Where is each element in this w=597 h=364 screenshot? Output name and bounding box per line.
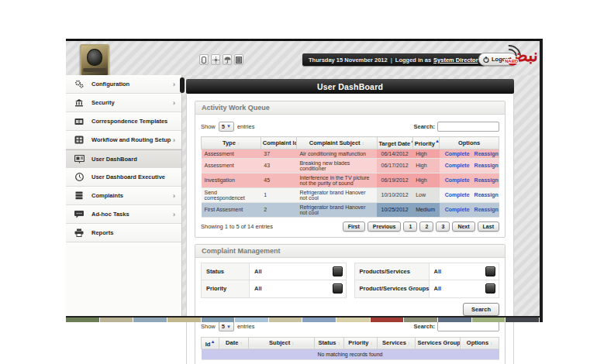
sidebar-filler: [66, 242, 181, 316]
cm-search-input[interactable]: [437, 321, 499, 331]
sort-asc-icon: ▲: [210, 339, 215, 344]
entries-label: entries: [237, 123, 255, 130]
reassign-link[interactable]: Reassign: [474, 177, 499, 183]
page-title: User DashBoard: [186, 79, 514, 94]
table-row[interactable]: Assessment 37 Air conditioning malfuncti…: [202, 149, 499, 158]
col-date[interactable]: Date ↕: [219, 337, 249, 349]
sidebar-item-label: Security: [91, 99, 173, 106]
chevron-right-icon: ›: [173, 192, 175, 200]
dropdown-toggle-icon[interactable]: [333, 283, 343, 294]
reassign-link[interactable]: Reassign: [474, 163, 499, 168]
reassign-link[interactable]: Reassign: [474, 207, 499, 212]
col-services-groups[interactable]: Services Groups↕: [416, 337, 461, 349]
sidebar-item-security[interactable]: Security ›: [66, 94, 181, 112]
scrollbar-thumb[interactable]: [180, 77, 185, 93]
col-priority[interactable]: Priority ↕: [344, 337, 377, 349]
bank-icon: [74, 98, 85, 108]
priority-filter-value[interactable]: All: [250, 280, 333, 297]
main-area: User DashBoard Activity Work Queue Show …: [182, 75, 540, 316]
sidebar-item-correspondence-templates[interactable]: Correspondence Templates: [66, 112, 181, 131]
awq-search-input[interactable]: [437, 122, 499, 132]
col-complaint-id[interactable]: Complaint Id ↕: [261, 137, 296, 149]
col-options[interactable]: Options ↕: [461, 337, 499, 349]
complete-link[interactable]: Complete: [445, 192, 470, 197]
reassign-link[interactable]: Reassign: [474, 151, 499, 156]
mobile-icon[interactable]: [199, 54, 209, 65]
table-row[interactable]: Investigation 45 Interference in the TV …: [202, 173, 499, 187]
workflow-icon: [74, 136, 85, 145]
sidebar-item-configuration[interactable]: Configuration ›: [66, 75, 181, 94]
show-label: Show: [201, 123, 216, 130]
sidebar-item-label: User DashBoard: [91, 156, 175, 163]
sidebar-item-user-dashboard[interactable]: User DashBoard: [66, 149, 181, 168]
previous-page-button[interactable]: Previous: [368, 221, 402, 232]
brightness-icon[interactable]: [211, 54, 220, 65]
col-priority[interactable]: Priority▲: [412, 137, 440, 149]
page-content: Activity Work Queue Show 5 ▼ entries: [186, 94, 514, 364]
products-services-filter: Products/Services All: [355, 263, 499, 280]
separator: |: [391, 57, 392, 64]
show-label: Show: [201, 323, 216, 330]
status-filter-value[interactable]: All: [250, 263, 333, 280]
session-info-bar: Thursday 15 November 2012 | Logged in as…: [302, 53, 485, 66]
complete-link[interactable]: Complete: [445, 151, 470, 156]
page-2-button[interactable]: 2: [419, 221, 433, 232]
sidebar-item-label: User Dashboard Executive: [91, 173, 175, 180]
first-page-button[interactable]: First: [343, 221, 365, 232]
clock-icon: [74, 173, 85, 182]
chevron-right-icon: ›: [173, 211, 175, 218]
complete-link[interactable]: Complete: [445, 207, 470, 212]
sort-icon: ↕: [408, 341, 410, 345]
last-page-button[interactable]: Last: [478, 221, 499, 232]
sidebar-item-user-dashboard-executive[interactable]: User Dashboard Executive: [66, 168, 181, 187]
sort-icon: ↕: [490, 341, 492, 345]
page-1-button[interactable]: 1: [403, 221, 417, 232]
date-text: Thursday 15 November 2012: [309, 57, 388, 64]
app-header: Thursday 15 November 2012 | Logged in as…: [66, 41, 540, 75]
search-button[interactable]: Search: [463, 303, 499, 316]
awq-page-size-select[interactable]: 5 ▼: [219, 122, 234, 132]
search-label: Search:: [413, 123, 435, 130]
col-services[interactable]: Services ↕: [377, 337, 416, 349]
col-status[interactable]: Status ↕: [314, 337, 343, 349]
col-target-date[interactable]: Target Date▲: [377, 137, 412, 149]
sidebar-item-adhoc-tasks[interactable]: Ad-hoc Tasks ›: [66, 205, 181, 224]
chevron-down-icon: ▼: [226, 325, 231, 329]
emblem-band: [83, 68, 106, 72]
sidebar-item-workflow-routing-setup[interactable]: Workflow and Routing Setup ›: [66, 131, 181, 149]
col-type[interactable]: Type ↕: [202, 137, 261, 149]
table-row[interactable]: Assessment 43 Breaking new blades condit…: [202, 158, 499, 173]
dropdown-toggle-icon[interactable]: [485, 283, 495, 294]
umbrella-icon[interactable]: [223, 54, 232, 65]
chevron-right-icon: ›: [173, 136, 175, 144]
emblem-crest-icon: [87, 49, 102, 66]
user-profile-link[interactable]: System Director: [433, 57, 478, 64]
archive-box-icon[interactable]: [234, 54, 243, 65]
next-page-button[interactable]: Next: [452, 221, 474, 232]
complete-link[interactable]: Complete: [445, 177, 470, 183]
search-label: Search:: [413, 323, 435, 330]
products-services-filter-value[interactable]: All: [430, 263, 486, 280]
chevron-right-icon: ›: [173, 81, 175, 88]
sidebar: Configuration › Security › Correspondenc…: [66, 75, 182, 316]
cm-page-size-select[interactable]: 5 ▼: [219, 321, 234, 331]
col-subject[interactable]: Subject ↕: [249, 337, 314, 349]
complete-link[interactable]: Complete: [445, 163, 470, 168]
awq-table: Type ↕ Complaint Id ↕ Complaint Subject …: [201, 136, 499, 218]
sidebar-item-complaints[interactable]: Complaints ›: [66, 187, 181, 205]
page-3-button[interactable]: 3: [436, 221, 450, 232]
chevron-down-icon: ▼: [226, 124, 231, 129]
col-id[interactable]: Id▲: [202, 337, 219, 349]
awq-header-row: Type ↕ Complaint Id ↕ Complaint Subject …: [202, 137, 499, 149]
product-services-groups-filter-value[interactable]: All: [430, 280, 486, 297]
sidebar-item-reports[interactable]: Reports: [66, 224, 181, 242]
table-row[interactable]: Send correspondencet 1 Refrigerator bran…: [202, 187, 499, 202]
sort-icon: ↕: [237, 141, 240, 146]
dropdown-toggle-icon[interactable]: [333, 266, 343, 276]
table-row[interactable]: First Assesment 2 Refrigerator brand Han…: [202, 202, 499, 217]
brand-logo: نبض NABD: [498, 43, 538, 74]
dropdown-toggle-icon[interactable]: [485, 266, 495, 276]
awq-table-controls: Show 5 ▼ entries Search:: [201, 119, 499, 133]
col-complaint-subject[interactable]: Complaint Subject ↕: [296, 137, 377, 149]
reassign-link[interactable]: Reassign: [474, 192, 499, 197]
